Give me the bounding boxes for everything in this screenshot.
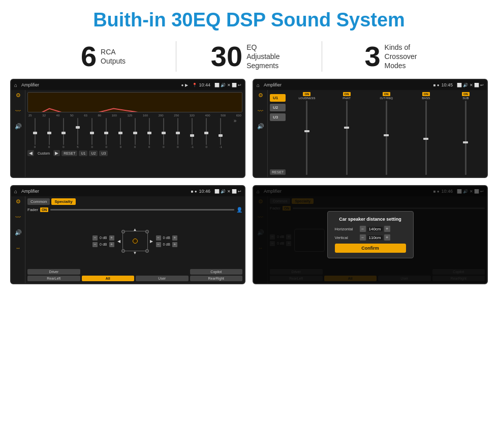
freq-40: 40: [56, 114, 60, 117]
horizontal-plus[interactable]: +: [384, 226, 390, 232]
stat-number-eq: 30: [211, 42, 242, 71]
u1-btn[interactable]: U1: [270, 94, 286, 102]
user-btn[interactable]: User: [136, 276, 189, 281]
slider-11[interactable]: 0: [171, 118, 184, 148]
slider-8[interactable]: 0: [129, 118, 141, 148]
slider-3[interactable]: 0: [57, 118, 70, 148]
eq-preset-label: Custom: [36, 151, 52, 156]
crossover-reset-btn[interactable]: RESET: [270, 169, 286, 175]
phat-label: PHAT: [343, 97, 351, 100]
freq-32: 32: [42, 114, 46, 117]
slider-5[interactable]: 0: [86, 118, 99, 148]
slider-9[interactable]: 0: [143, 118, 155, 148]
eq-filter-icon[interactable]: ⚙: [16, 92, 21, 99]
car-diagram: ◀ ▶ ▲ ▼: [117, 227, 153, 255]
confirm-button[interactable]: Confirm: [335, 244, 406, 253]
specialty-home-icon[interactable]: ⌂: [14, 189, 17, 194]
crossover-controls: ON LOUDNESS ON PHAT: [288, 92, 485, 175]
stats-row: 6 RCA Outputs 30 EQ Adjustable Segments …: [0, 36, 498, 79]
rearleft-btn[interactable]: RearLeft: [27, 276, 80, 281]
eq-reset-btn[interactable]: RESET: [61, 151, 77, 156]
copilot-btn[interactable]: Copilot: [190, 269, 243, 275]
dialog-title: Car speaker distance setting: [335, 217, 406, 222]
horizontal-value: 140cm: [367, 227, 383, 231]
eq-prev-btn[interactable]: ◀: [27, 150, 34, 156]
slider-13[interactable]: 0: [200, 118, 213, 148]
dialog-screen-wrapper: ⌂ Amplifier ■ ● 10:46 ⬜ 🔊 ✕ ⬜ ↩ ⚙ 〰 🔊 ↔ …: [253, 185, 488, 284]
specialty-dot-icons: ■ ●: [191, 189, 197, 194]
all-btn[interactable]: All: [82, 276, 135, 281]
dialog-box: Car speaker distance setting Horizontal …: [327, 211, 414, 258]
stat-crossover: 3 Kinds of Crossover Modes: [322, 42, 468, 71]
horizontal-row: Horizontal − 140cm +: [335, 226, 406, 232]
freq-630: 630: [236, 114, 241, 117]
crossover-filter-icon[interactable]: ⚙: [258, 92, 263, 99]
slider-10[interactable]: 0: [157, 118, 170, 148]
crossover-speaker-icon[interactable]: 🔊: [257, 123, 264, 130]
crossover-right-icons: ⬜ 🔊 ✕ ⬜ ↩: [457, 83, 484, 87]
rearright-btn[interactable]: RearRight: [190, 276, 243, 281]
crossover-status-bar: ⌂ Amplifier ■ ● 10:45 ⬜ 🔊 ✕ ⬜ ↩: [254, 80, 487, 90]
empty-btn-1: [82, 269, 135, 275]
eq-u3-btn[interactable]: U3: [99, 151, 108, 156]
tab-specialty[interactable]: Specialty: [51, 198, 75, 205]
eq-arrow[interactable]: »: [229, 118, 241, 148]
fader-slider[interactable]: [50, 209, 234, 211]
sub-label: SUB: [462, 97, 469, 100]
rr-minus[interactable]: −: [156, 242, 161, 247]
screens-grid: ⌂ Amplifier ● ▶ 📍 10:44 ⬜ 🔊 ✕ ⬜ ↩ ⚙ 〰 🔊: [0, 79, 498, 289]
rl-plus[interactable]: +: [109, 242, 114, 247]
loudness-slider[interactable]: [306, 101, 307, 175]
eq-sliders: 0 0 0 5: [27, 118, 242, 148]
vertical-label: Vertical: [335, 235, 358, 240]
db-row-fl: − 0 dB +: [92, 235, 114, 241]
rl-minus[interactable]: −: [92, 242, 98, 247]
tab-common[interactable]: Common: [27, 198, 50, 205]
dialog-overlay: Car speaker distance setting Horizontal …: [254, 186, 487, 283]
cutfreq-slider[interactable]: [386, 101, 387, 175]
slider-1[interactable]: 0: [28, 118, 41, 148]
fr-plus[interactable]: +: [172, 235, 177, 241]
slider-12[interactable]: -1: [186, 118, 199, 148]
sub-slider[interactable]: [465, 101, 466, 175]
crossover-wave-icon[interactable]: 〰: [258, 108, 263, 114]
vertical-plus[interactable]: +: [384, 234, 390, 241]
slider-2[interactable]: 0: [43, 118, 55, 148]
eq-u2-btn[interactable]: U2: [89, 151, 98, 156]
freq-80: 80: [98, 114, 101, 117]
crossover-screen-title: Amplifier: [264, 82, 429, 87]
eq-home-icon[interactable]: ⌂: [14, 82, 17, 88]
phat-slider[interactable]: [346, 101, 348, 175]
specialty-adjust-icon[interactable]: ↔: [16, 245, 21, 251]
eq-next-btn[interactable]: ▶: [53, 150, 60, 156]
specialty-speaker-icon[interactable]: 🔊: [15, 229, 22, 236]
horizontal-control: − 140cm +: [360, 226, 390, 232]
rr-plus[interactable]: +: [172, 242, 177, 247]
specialty-filter-icon[interactable]: ⚙: [16, 198, 21, 205]
eq-u1-btn[interactable]: U1: [79, 151, 87, 156]
eq-wave-icon[interactable]: 〰: [15, 108, 21, 114]
horizontal-minus[interactable]: −: [360, 226, 366, 232]
specialty-wave-icon[interactable]: 〰: [15, 214, 21, 220]
freq-320: 320: [190, 114, 195, 117]
u2-btn[interactable]: U2: [270, 104, 286, 111]
fader-row: Fader ON 👤: [27, 207, 242, 213]
freq-63: 63: [84, 114, 87, 117]
fl-minus[interactable]: −: [92, 235, 98, 241]
driver-btn[interactable]: Driver: [27, 269, 80, 275]
u3-btn[interactable]: U3: [270, 113, 286, 121]
specialty-screen-wrapper: ⌂ Amplifier ■ ● 10:46 ⬜ 🔊 ✕ ⬜ ↩ ⚙ 〰 🔊 ↔ …: [10, 185, 245, 284]
crossover-home-icon[interactable]: ⌂: [257, 82, 260, 88]
eq-speaker-icon[interactable]: 🔊: [15, 123, 22, 130]
bass-slider[interactable]: [425, 101, 427, 175]
slider-7[interactable]: 0: [114, 118, 127, 148]
vertical-minus[interactable]: −: [360, 234, 366, 241]
slider-6[interactable]: 0: [100, 118, 113, 148]
db-row-rr: − 0 dB +: [156, 242, 177, 247]
slider-4[interactable]: 5: [71, 118, 84, 148]
slider-14[interactable]: -1: [214, 118, 227, 148]
fr-minus[interactable]: −: [156, 235, 161, 241]
freq-400: 400: [205, 114, 210, 117]
fl-plus[interactable]: +: [109, 235, 114, 241]
phat-on: ON: [343, 92, 351, 96]
